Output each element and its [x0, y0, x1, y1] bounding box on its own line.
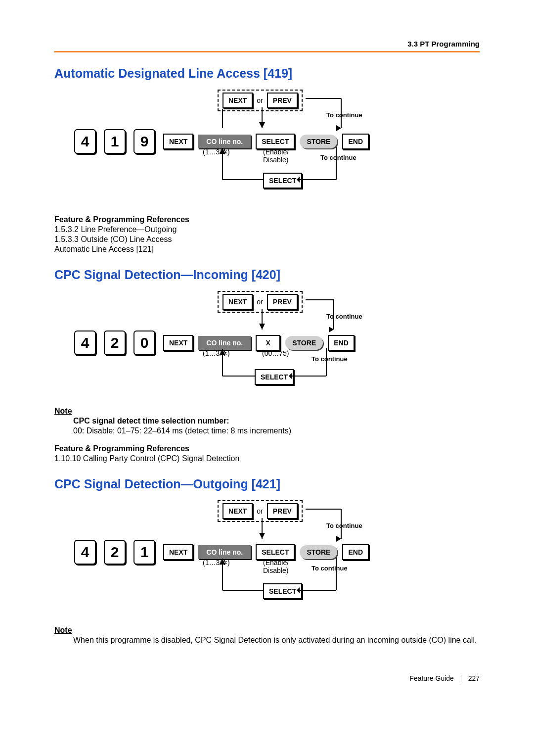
ref-419-1: 1.5.3.3 Outside (CO) Line Access	[54, 235, 480, 244]
header-section: 3.3 PT Programming	[54, 40, 480, 48]
note-head-420: Note	[54, 407, 480, 416]
ref-420-0: 1.10.10 Calling Party Control (CPC) Sign…	[54, 454, 480, 463]
diagram-419: NEXT or PREV To continue 4 1 9 NEXT CO l…	[74, 90, 480, 203]
section-420-title: CPC Signal Detection—Incoming [420]	[54, 268, 480, 282]
note-bold-420: CPC signal detect time selection number:	[73, 417, 480, 425]
arrows-420	[74, 291, 420, 395]
diagram-421: NEXT or PREV To continue 4 2 1 NEXT CO l…	[74, 500, 480, 614]
footer-guide: Feature Guide	[409, 674, 454, 682]
arrows-421	[74, 500, 420, 614]
ref-419-2: Automatic Line Access [121]	[54, 245, 480, 254]
refs-head-419: Feature & Programming References	[54, 215, 480, 224]
ref-419-0: 1.5.3.2 Line Preference—Outgoing	[54, 225, 480, 234]
diagram-420: NEXT or PREV To continue 4 2 0 NEXT CO l…	[74, 291, 480, 395]
footer-sep	[461, 675, 461, 682]
note-text-421: When this programme is disabled, CPC Sig…	[73, 636, 480, 645]
footer: Feature Guide 227	[54, 674, 480, 682]
note-text-420: 00: Disable; 01–75: 22–614 ms (detect ti…	[73, 426, 480, 435]
footer-page: 227	[468, 674, 480, 682]
note-head-421: Note	[54, 626, 480, 635]
refs-head-420: Feature & Programming References	[54, 444, 480, 453]
section-421-title: CPC Signal Detection—Outgoing [421]	[54, 477, 480, 491]
header-rule	[54, 51, 480, 52]
arrows-419	[74, 90, 420, 203]
section-419-title: Automatic Designated Line Access [419]	[54, 66, 480, 81]
